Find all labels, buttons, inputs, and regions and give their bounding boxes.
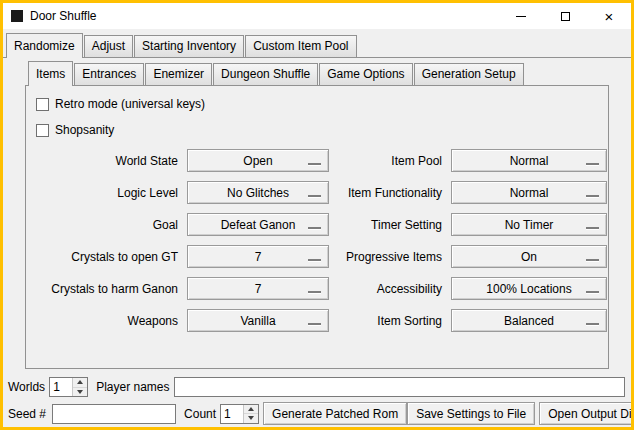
item-sorting-label: Item Sorting [335,314,445,328]
weapons-value: Vanilla [240,314,275,328]
tab-entrances[interactable]: Entrances [74,63,144,85]
arrow-up-icon [77,380,83,384]
tab-randomize[interactable]: Randomize [6,33,83,58]
dropdown-goal[interactable]: Defeat Ganon [187,213,329,236]
menu-indicator-icon [308,259,321,261]
tab-enemizer[interactable]: Enemizer [145,63,212,85]
arrow-down-icon [248,416,254,420]
count-up-button[interactable] [244,405,258,415]
menu-indicator-icon [586,291,599,293]
world-state-label: World State [35,154,181,168]
open-output-directory-button[interactable]: Open Output Directory [539,402,634,425]
player-names-input[interactable] [174,377,626,397]
items-panel: Retro mode (universal keys) Shopsanity W… [25,85,609,369]
tab-items[interactable]: Items [28,61,73,86]
shopsanity-checkbox[interactable] [36,124,49,137]
generate-patched-rom-button[interactable]: Generate Patched Rom [263,402,407,425]
menu-indicator-icon [308,195,321,197]
window-title: Door Shuffle [30,9,97,23]
crystals-ganon-label: Crystals to harm Ganon [35,282,181,296]
tab-adjust[interactable]: Adjust [84,35,133,57]
menu-indicator-icon [308,323,321,325]
accessibility-value: 100% Locations [486,282,571,296]
menu-indicator-icon [586,227,599,229]
dropdown-weapons[interactable]: Vanilla [187,309,329,332]
retro-mode-checkbox[interactable] [36,98,49,111]
tab-starting-inventory[interactable]: Starting Inventory [134,35,244,57]
main-tab-bar: Randomize Adjust Starting Inventory Cust… [6,33,631,57]
crystals-gt-label: Crystals to open GT [35,250,181,264]
menu-indicator-icon [586,259,599,261]
goal-label: Goal [35,218,181,232]
menu-indicator-icon [586,323,599,325]
item-functionality-value: Normal [510,186,549,200]
menu-indicator-icon [308,227,321,229]
dropdown-crystals-gt[interactable]: 7 [187,245,329,268]
menu-indicator-icon [308,163,321,165]
bottom-bar: Worlds Player names Seed # Coun [3,369,631,427]
arrow-down-icon [77,390,83,394]
sub-tab-bar: Items Entrances Enemizer Dungeon Shuffle… [28,61,631,85]
progressive-items-label: Progressive Items [335,250,445,264]
dropdown-world-state[interactable]: Open [187,149,329,172]
shopsanity-row: Shopsanity [36,121,602,139]
minimize-button[interactable] [499,3,543,29]
worlds-spin-arrows [72,378,87,396]
app-window: Door Shuffle × Randomize Adjust Starting… [0,0,634,430]
worlds-label: Worlds [8,380,45,394]
count-spin-arrows [243,405,258,423]
dropdown-logic-level[interactable]: No Glitches [187,181,329,204]
window-controls: × [499,3,631,29]
tab-game-options[interactable]: Game Options [319,63,412,85]
count-down-button[interactable] [244,414,258,423]
arrow-up-icon [248,407,254,411]
logic-level-value: No Glitches [227,186,289,200]
menu-indicator-icon [586,195,599,197]
dropdown-item-pool[interactable]: Normal [451,149,607,172]
tab-dungeon-shuffle[interactable]: Dungeon Shuffle [213,63,318,85]
count-input[interactable] [221,405,243,423]
item-pool-value: Normal [510,154,549,168]
worlds-down-button[interactable] [73,388,87,397]
accessibility-label: Accessibility [335,282,445,296]
timer-setting-value: No Timer [505,218,554,232]
maximize-button[interactable] [543,3,587,29]
seed-input[interactable] [52,404,176,424]
count-label: Count [184,407,216,421]
titlebar[interactable]: Door Shuffle × [3,3,631,29]
tab-custom-item-pool[interactable]: Custom Item Pool [245,35,356,57]
dropdown-timer-setting[interactable]: No Timer [451,213,607,236]
worlds-input[interactable] [50,378,72,396]
close-button[interactable]: × [587,3,631,29]
world-state-value: Open [243,154,272,168]
maximize-icon [561,12,570,21]
dropdown-crystals-ganon[interactable]: 7 [187,277,329,300]
count-spinbox [220,404,259,424]
tab-generation-setup[interactable]: Generation Setup [414,63,524,85]
seed-label: Seed # [8,407,46,421]
logic-level-label: Logic Level [35,186,181,200]
dropdown-item-sorting[interactable]: Balanced [451,309,607,332]
minimize-icon [516,16,526,17]
dropdown-item-functionality[interactable]: Normal [451,181,607,204]
crystals-ganon-value: 7 [255,282,262,296]
progressive-items-value: On [521,250,537,264]
weapons-label: Weapons [35,314,181,328]
item-functionality-label: Item Functionality [335,186,445,200]
crystals-gt-value: 7 [255,250,262,264]
worlds-up-button[interactable] [73,378,87,388]
save-settings-button[interactable]: Save Settings to File [407,402,535,425]
item-pool-label: Item Pool [335,154,445,168]
menu-indicator-icon [586,163,599,165]
shopsanity-label: Shopsanity [55,123,114,137]
retro-mode-label: Retro mode (universal keys) [55,97,205,111]
player-names-label: Player names [96,380,169,394]
close-icon: × [605,9,614,24]
retro-mode-row: Retro mode (universal keys) [36,95,602,113]
dropdown-accessibility[interactable]: 100% Locations [451,277,607,300]
dropdown-progressive-items[interactable]: On [451,245,607,268]
options-grid: World State Open Item Pool Normal Logic … [35,149,602,332]
app-icon [11,10,23,22]
randomize-panel: Items Entrances Enemizer Dungeon Shuffle… [3,57,631,427]
worlds-row: Worlds Player names [8,377,627,397]
